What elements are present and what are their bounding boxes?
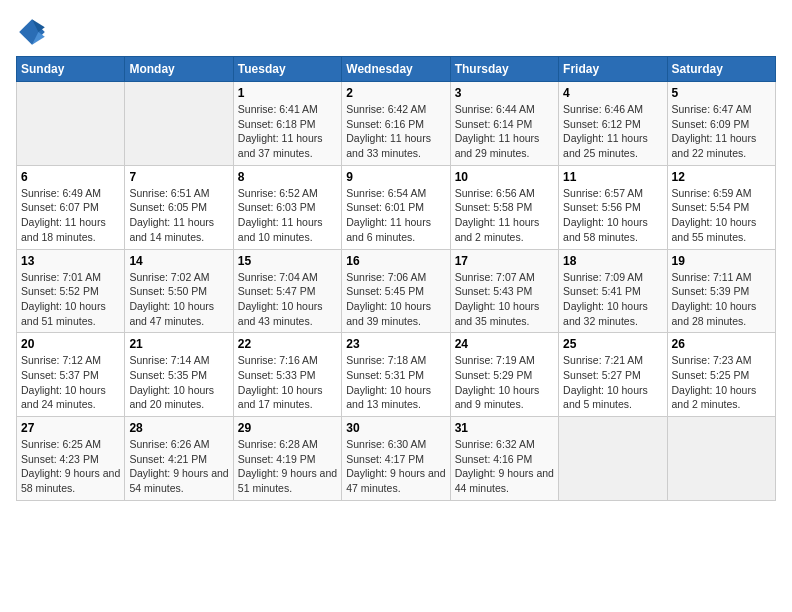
cell-content: Sunrise: 6:28 AMSunset: 4:19 PMDaylight:… <box>238 437 337 496</box>
cell-content: Sunrise: 6:51 AMSunset: 6:05 PMDaylight:… <box>129 186 228 245</box>
day-number: 2 <box>346 86 445 100</box>
day-number: 15 <box>238 254 337 268</box>
calendar-cell: 14Sunrise: 7:02 AMSunset: 5:50 PMDayligh… <box>125 249 233 333</box>
weekday-header: Sunday <box>17 57 125 82</box>
page-header <box>16 16 776 48</box>
calendar-cell: 17Sunrise: 7:07 AMSunset: 5:43 PMDayligh… <box>450 249 558 333</box>
calendar-cell: 15Sunrise: 7:04 AMSunset: 5:47 PMDayligh… <box>233 249 341 333</box>
day-number: 30 <box>346 421 445 435</box>
weekday-header: Thursday <box>450 57 558 82</box>
cell-content: Sunrise: 7:21 AMSunset: 5:27 PMDaylight:… <box>563 353 662 412</box>
calendar-cell: 4Sunrise: 6:46 AMSunset: 6:12 PMDaylight… <box>559 82 667 166</box>
calendar-cell: 2Sunrise: 6:42 AMSunset: 6:16 PMDaylight… <box>342 82 450 166</box>
calendar-cell <box>667 417 775 501</box>
calendar-week-row: 13Sunrise: 7:01 AMSunset: 5:52 PMDayligh… <box>17 249 776 333</box>
calendar-cell: 23Sunrise: 7:18 AMSunset: 5:31 PMDayligh… <box>342 333 450 417</box>
day-number: 19 <box>672 254 771 268</box>
day-number: 11 <box>563 170 662 184</box>
cell-content: Sunrise: 7:04 AMSunset: 5:47 PMDaylight:… <box>238 270 337 329</box>
cell-content: Sunrise: 7:23 AMSunset: 5:25 PMDaylight:… <box>672 353 771 412</box>
weekday-header: Saturday <box>667 57 775 82</box>
day-number: 10 <box>455 170 554 184</box>
calendar-cell: 24Sunrise: 7:19 AMSunset: 5:29 PMDayligh… <box>450 333 558 417</box>
calendar-table: SundayMondayTuesdayWednesdayThursdayFrid… <box>16 56 776 501</box>
calendar-week-row: 6Sunrise: 6:49 AMSunset: 6:07 PMDaylight… <box>17 165 776 249</box>
day-number: 17 <box>455 254 554 268</box>
cell-content: Sunrise: 6:44 AMSunset: 6:14 PMDaylight:… <box>455 102 554 161</box>
day-number: 27 <box>21 421 120 435</box>
logo-icon <box>16 16 48 48</box>
day-number: 24 <box>455 337 554 351</box>
calendar-cell: 27Sunrise: 6:25 AMSunset: 4:23 PMDayligh… <box>17 417 125 501</box>
day-number: 1 <box>238 86 337 100</box>
cell-content: Sunrise: 7:09 AMSunset: 5:41 PMDaylight:… <box>563 270 662 329</box>
weekday-header: Friday <box>559 57 667 82</box>
calendar-cell: 8Sunrise: 6:52 AMSunset: 6:03 PMDaylight… <box>233 165 341 249</box>
weekday-row: SundayMondayTuesdayWednesdayThursdayFrid… <box>17 57 776 82</box>
cell-content: Sunrise: 6:46 AMSunset: 6:12 PMDaylight:… <box>563 102 662 161</box>
calendar-cell: 31Sunrise: 6:32 AMSunset: 4:16 PMDayligh… <box>450 417 558 501</box>
cell-content: Sunrise: 7:19 AMSunset: 5:29 PMDaylight:… <box>455 353 554 412</box>
calendar-cell: 1Sunrise: 6:41 AMSunset: 6:18 PMDaylight… <box>233 82 341 166</box>
calendar-cell: 13Sunrise: 7:01 AMSunset: 5:52 PMDayligh… <box>17 249 125 333</box>
calendar-cell: 28Sunrise: 6:26 AMSunset: 4:21 PMDayligh… <box>125 417 233 501</box>
calendar-cell: 25Sunrise: 7:21 AMSunset: 5:27 PMDayligh… <box>559 333 667 417</box>
day-number: 4 <box>563 86 662 100</box>
calendar-cell: 10Sunrise: 6:56 AMSunset: 5:58 PMDayligh… <box>450 165 558 249</box>
calendar-cell: 16Sunrise: 7:06 AMSunset: 5:45 PMDayligh… <box>342 249 450 333</box>
calendar-cell: 19Sunrise: 7:11 AMSunset: 5:39 PMDayligh… <box>667 249 775 333</box>
cell-content: Sunrise: 7:01 AMSunset: 5:52 PMDaylight:… <box>21 270 120 329</box>
day-number: 20 <box>21 337 120 351</box>
cell-content: Sunrise: 6:57 AMSunset: 5:56 PMDaylight:… <box>563 186 662 245</box>
calendar-cell <box>17 82 125 166</box>
cell-content: Sunrise: 7:12 AMSunset: 5:37 PMDaylight:… <box>21 353 120 412</box>
calendar-week-row: 1Sunrise: 6:41 AMSunset: 6:18 PMDaylight… <box>17 82 776 166</box>
weekday-header: Wednesday <box>342 57 450 82</box>
cell-content: Sunrise: 6:59 AMSunset: 5:54 PMDaylight:… <box>672 186 771 245</box>
calendar-cell: 22Sunrise: 7:16 AMSunset: 5:33 PMDayligh… <box>233 333 341 417</box>
svg-marker-0 <box>19 19 45 45</box>
cell-content: Sunrise: 7:16 AMSunset: 5:33 PMDaylight:… <box>238 353 337 412</box>
weekday-header: Monday <box>125 57 233 82</box>
cell-content: Sunrise: 6:41 AMSunset: 6:18 PMDaylight:… <box>238 102 337 161</box>
cell-content: Sunrise: 7:06 AMSunset: 5:45 PMDaylight:… <box>346 270 445 329</box>
calendar-cell: 5Sunrise: 6:47 AMSunset: 6:09 PMDaylight… <box>667 82 775 166</box>
day-number: 26 <box>672 337 771 351</box>
day-number: 16 <box>346 254 445 268</box>
cell-content: Sunrise: 7:14 AMSunset: 5:35 PMDaylight:… <box>129 353 228 412</box>
day-number: 29 <box>238 421 337 435</box>
calendar-cell: 21Sunrise: 7:14 AMSunset: 5:35 PMDayligh… <box>125 333 233 417</box>
calendar-cell: 7Sunrise: 6:51 AMSunset: 6:05 PMDaylight… <box>125 165 233 249</box>
day-number: 18 <box>563 254 662 268</box>
cell-content: Sunrise: 6:54 AMSunset: 6:01 PMDaylight:… <box>346 186 445 245</box>
day-number: 31 <box>455 421 554 435</box>
cell-content: Sunrise: 6:30 AMSunset: 4:17 PMDaylight:… <box>346 437 445 496</box>
day-number: 8 <box>238 170 337 184</box>
cell-content: Sunrise: 7:02 AMSunset: 5:50 PMDaylight:… <box>129 270 228 329</box>
cell-content: Sunrise: 6:42 AMSunset: 6:16 PMDaylight:… <box>346 102 445 161</box>
calendar-cell <box>559 417 667 501</box>
day-number: 12 <box>672 170 771 184</box>
cell-content: Sunrise: 6:26 AMSunset: 4:21 PMDaylight:… <box>129 437 228 496</box>
day-number: 5 <box>672 86 771 100</box>
calendar-header: SundayMondayTuesdayWednesdayThursdayFrid… <box>17 57 776 82</box>
logo <box>16 16 52 48</box>
day-number: 6 <box>21 170 120 184</box>
calendar-cell: 20Sunrise: 7:12 AMSunset: 5:37 PMDayligh… <box>17 333 125 417</box>
day-number: 14 <box>129 254 228 268</box>
calendar-cell: 3Sunrise: 6:44 AMSunset: 6:14 PMDaylight… <box>450 82 558 166</box>
day-number: 21 <box>129 337 228 351</box>
cell-content: Sunrise: 6:56 AMSunset: 5:58 PMDaylight:… <box>455 186 554 245</box>
day-number: 22 <box>238 337 337 351</box>
calendar-cell: 26Sunrise: 7:23 AMSunset: 5:25 PMDayligh… <box>667 333 775 417</box>
calendar-cell: 12Sunrise: 6:59 AMSunset: 5:54 PMDayligh… <box>667 165 775 249</box>
cell-content: Sunrise: 7:11 AMSunset: 5:39 PMDaylight:… <box>672 270 771 329</box>
cell-content: Sunrise: 6:49 AMSunset: 6:07 PMDaylight:… <box>21 186 120 245</box>
calendar-cell: 11Sunrise: 6:57 AMSunset: 5:56 PMDayligh… <box>559 165 667 249</box>
calendar-cell: 6Sunrise: 6:49 AMSunset: 6:07 PMDaylight… <box>17 165 125 249</box>
calendar-cell: 9Sunrise: 6:54 AMSunset: 6:01 PMDaylight… <box>342 165 450 249</box>
day-number: 9 <box>346 170 445 184</box>
calendar-week-row: 20Sunrise: 7:12 AMSunset: 5:37 PMDayligh… <box>17 333 776 417</box>
cell-content: Sunrise: 7:07 AMSunset: 5:43 PMDaylight:… <box>455 270 554 329</box>
calendar-cell: 30Sunrise: 6:30 AMSunset: 4:17 PMDayligh… <box>342 417 450 501</box>
